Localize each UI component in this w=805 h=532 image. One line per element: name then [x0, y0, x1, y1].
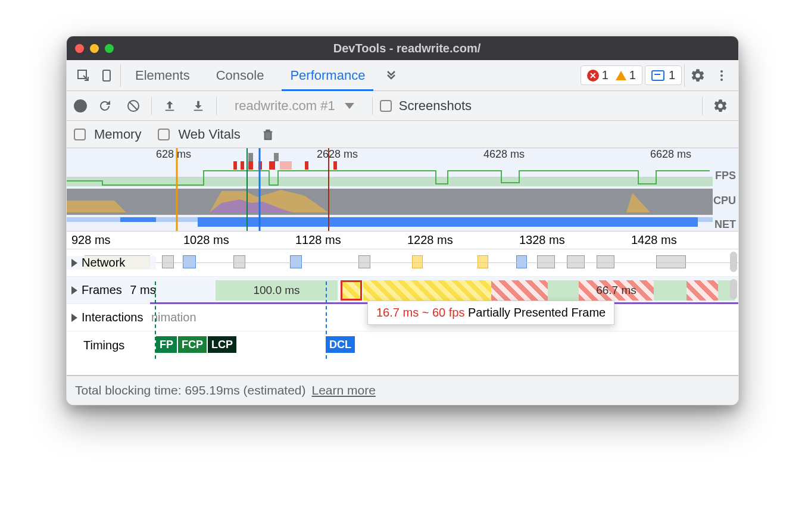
- timing-dcl[interactable]: DCL: [326, 336, 355, 353]
- timings-body[interactable]: FP FCP LCP DCL: [156, 331, 738, 359]
- recording-select-value: readwrite.com #1: [235, 98, 335, 114]
- svg-rect-16: [248, 153, 253, 161]
- warning-count: 1: [629, 68, 636, 82]
- total-blocking-time: Total blocking time: 695.19ms (estimated…: [75, 383, 306, 398]
- expand-icon[interactable]: [71, 259, 77, 267]
- spacer-row: [67, 359, 738, 375]
- svg-rect-8: [233, 161, 237, 170]
- warning-icon: [616, 71, 626, 80]
- tab-console[interactable]: Console: [204, 60, 276, 91]
- track-interactions-label: Interactions: [82, 311, 143, 324]
- svg-rect-1: [103, 70, 110, 81]
- frame-rendered[interactable]: 100.0 ms: [216, 280, 338, 301]
- performance-toolbar: readwrite.com #1 Screenshots: [67, 91, 738, 121]
- inspect-icon[interactable]: [73, 65, 94, 86]
- net-label: NET: [714, 218, 736, 231]
- frame-dropped-long[interactable]: [687, 280, 718, 301]
- record-button[interactable]: [74, 99, 87, 112]
- track-timings[interactable]: Timings FP FCP LCP DCL: [67, 331, 738, 359]
- svg-rect-21: [198, 217, 698, 227]
- overview-mark: 4628 ms: [483, 148, 525, 161]
- webvitals-checkbox[interactable]: [158, 129, 170, 140]
- track-network[interactable]: Network: [67, 249, 738, 277]
- svg-rect-15: [333, 161, 337, 170]
- svg-point-4: [720, 79, 723, 81]
- divider: [151, 97, 152, 115]
- svg-rect-10: [248, 161, 253, 170]
- performance-toolbar-2: Memory Web Vitals: [67, 121, 738, 148]
- settings-icon[interactable]: [687, 65, 709, 86]
- tab-elements[interactable]: Elements: [123, 60, 202, 91]
- timing-lcp[interactable]: LCP: [208, 336, 236, 353]
- frame-duration: 66.7 ms: [596, 284, 636, 297]
- learn-more-link[interactable]: Learn more: [312, 383, 376, 398]
- issues-badge[interactable]: ✕1 1: [581, 65, 642, 85]
- caret-down-icon: [345, 103, 354, 109]
- track-interactions[interactable]: Interactions nimation 16.7 ms ~ 60 fps P…: [67, 304, 738, 331]
- memory-checkbox[interactable]: [74, 129, 86, 140]
- ruler-tick: 1428 ms: [626, 233, 738, 247]
- frame-dropped-long[interactable]: [491, 280, 548, 301]
- more-tabs-icon[interactable]: [379, 68, 403, 83]
- frame-dropped-long[interactable]: 66.7 ms: [579, 280, 654, 301]
- screenshots-checkbox[interactable]: [380, 100, 392, 112]
- divider: [684, 64, 685, 87]
- upload-icon[interactable]: [159, 95, 180, 117]
- garbage-collect-icon[interactable]: [257, 124, 279, 145]
- ruler-tick: 1328 ms: [514, 233, 626, 247]
- svg-point-3: [720, 74, 723, 77]
- scrollbar-thumb[interactable]: [730, 279, 737, 299]
- fps-label: FPS: [715, 170, 736, 182]
- divider: [702, 97, 703, 115]
- window-title: DevTools - readwrite.com/: [114, 42, 700, 55]
- reload-icon[interactable]: [94, 95, 116, 117]
- frame-rendered[interactable]: [654, 280, 687, 301]
- expand-icon[interactable]: [71, 314, 77, 322]
- tab-performance[interactable]: Performance: [278, 60, 377, 91]
- frame-dropped[interactable]: [363, 280, 491, 301]
- ruler-tick: 1028 ms: [179, 233, 291, 247]
- overview-mark: 628 ms: [156, 148, 191, 161]
- tooltip-text: Partially Presented Frame: [468, 306, 606, 319]
- frames-body[interactable]: 100.0 ms 66.7 ms: [156, 277, 738, 303]
- svg-rect-17: [274, 153, 279, 161]
- timeline-ruler[interactable]: 928 ms 1028 ms 1128 ms 1228 ms 1328 ms 1…: [67, 231, 738, 249]
- minimize-icon[interactable]: [90, 44, 99, 53]
- overview-mark: 2628 ms: [317, 148, 358, 161]
- cpu-label: CPU: [713, 195, 736, 207]
- devtools-window: DevTools - readwrite.com/ Elements Conso…: [66, 36, 739, 405]
- svg-rect-12: [269, 161, 275, 170]
- frame-partial-selected[interactable]: [341, 280, 362, 301]
- scrollbar-thumb[interactable]: [730, 252, 737, 272]
- device-toggle-icon[interactable]: [96, 65, 118, 86]
- recording-select[interactable]: readwrite.com #1: [224, 98, 365, 114]
- tooltip-red: 16.7 ms ~ 60 fps: [376, 306, 464, 319]
- timing-fp[interactable]: FP: [156, 336, 177, 353]
- frame-rendered[interactable]: [548, 280, 579, 301]
- expand-icon[interactable]: [71, 286, 77, 295]
- timing-fcp[interactable]: FCP: [178, 336, 207, 353]
- clear-icon[interactable]: [123, 95, 144, 117]
- error-icon: ✕: [587, 70, 599, 82]
- interactions-extra: nimation: [151, 311, 196, 324]
- network-body[interactable]: [156, 249, 738, 276]
- ruler-tick: 1128 ms: [291, 233, 402, 247]
- track-timings-label: Timings: [83, 339, 124, 352]
- memory-label: Memory: [94, 127, 141, 142]
- message-icon: [651, 70, 664, 81]
- maximize-icon[interactable]: [105, 44, 114, 53]
- ruler-tick: 928 ms: [67, 233, 179, 247]
- track-network-label: Network: [82, 256, 125, 270]
- messages-badge[interactable]: 1: [645, 65, 682, 85]
- svg-rect-9: [241, 161, 244, 170]
- svg-rect-13: [280, 161, 292, 170]
- overview-chart[interactable]: 628 ms 2628 ms 4628 ms 6628 ms FPS CPU N…: [67, 148, 738, 231]
- download-icon[interactable]: [188, 95, 209, 117]
- kebab-menu-icon[interactable]: [711, 65, 732, 86]
- interactions-body[interactable]: 16.7 ms ~ 60 fps Partially Presented Fra…: [156, 304, 738, 331]
- screenshots-label: Screenshots: [399, 98, 472, 114]
- close-icon[interactable]: [75, 44, 84, 53]
- divider: [216, 97, 217, 115]
- capture-settings-icon[interactable]: [710, 95, 731, 117]
- devtools-tabs: Elements Console Performance ✕1 1 1: [67, 60, 738, 91]
